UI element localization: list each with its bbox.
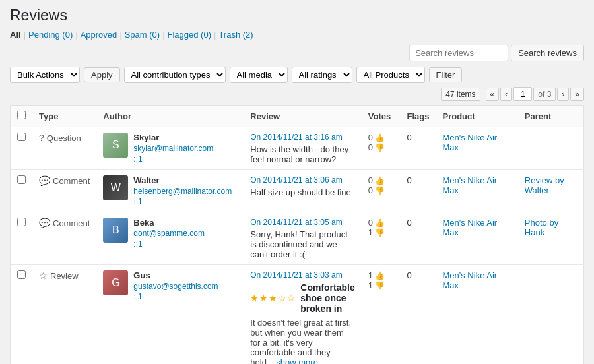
tablenav: Bulk Actions Apply All contribution type…	[10, 67, 584, 101]
votes-cell: 0 👍 0 👎	[362, 127, 401, 170]
author-email[interactable]: skylar@mailinator.com	[133, 144, 213, 153]
votes-down: 1 👎	[368, 228, 394, 237]
col-header-author[interactable]: Author	[96, 106, 244, 127]
votes-down-count: 1	[368, 228, 373, 237]
apply-button[interactable]: Apply	[84, 67, 120, 82]
filter-approved[interactable]: Approved	[81, 30, 117, 40]
select-all-checkbox[interactable]	[17, 111, 26, 119]
filter-pending[interactable]: Pending (0)	[28, 30, 73, 40]
flags-count: 0	[407, 175, 412, 185]
review-text: Half size up should be fine	[250, 187, 350, 197]
col-header-review: Review	[244, 106, 361, 127]
votes-down: 1 👎	[368, 280, 394, 290]
review-text: Sorry, Hank! That product is discontinue…	[250, 229, 348, 259]
thumbs-up-icon: 👍	[375, 271, 385, 280]
bulk-actions-select[interactable]: Bulk Actions	[10, 67, 80, 83]
thumbs-up-icon: 👍	[375, 176, 385, 185]
products-select[interactable]: All Products	[356, 67, 425, 83]
author-email[interactable]: heisenberg@mailinator.com	[133, 187, 232, 196]
type-label: Comment	[53, 218, 90, 228]
col-header-votes: Votes	[362, 106, 401, 127]
flags-cell: 0	[401, 265, 436, 365]
review-date[interactable]: On 2014/11/21 at 3:03 am	[250, 270, 354, 280]
row-checkbox[interactable]	[17, 270, 26, 279]
filter-button[interactable]: Filter	[429, 67, 463, 82]
product-link[interactable]: Men's Nike Air Max	[442, 218, 497, 237]
filter-trash[interactable]: Trash (2)	[218, 30, 253, 40]
parent-link[interactable]: Photo by Hank	[525, 218, 558, 237]
search-button[interactable]: Search reviews	[511, 45, 584, 61]
current-page-input[interactable]	[513, 87, 532, 101]
prev-page-button[interactable]: ‹	[500, 88, 512, 101]
row-checkbox[interactable]	[17, 133, 26, 141]
type-cell: 💬 Comment	[32, 212, 96, 265]
thumbs-up-icon: 👍	[375, 218, 385, 228]
author-email[interactable]: gustavo@sogetthis.com	[133, 282, 218, 291]
product-cell: Men's Nike Air Max	[436, 127, 517, 170]
first-page-button[interactable]: «	[486, 88, 500, 101]
col-header-type[interactable]: Type	[32, 106, 96, 127]
last-page-button[interactable]: »	[570, 88, 584, 101]
row-checkbox[interactable]	[17, 175, 26, 184]
row-checkbox[interactable]	[17, 218, 26, 226]
author-info: Gus gustavo@sogetthis.com ::1	[133, 270, 218, 301]
votes-cell: 0 👍 1 👎	[362, 212, 401, 265]
author-count: ::1	[133, 197, 232, 206]
search-input[interactable]	[409, 45, 508, 61]
table-row: ? Question S Skylar skylar@mailinator.co…	[11, 127, 584, 170]
review-date[interactable]: On 2014/11/21 at 3:06 am	[250, 175, 354, 185]
parent-cell	[518, 265, 584, 365]
parent-link[interactable]: Review by Walter	[525, 175, 564, 195]
votes-down-count: 1	[368, 280, 373, 290]
page-title: Reviews	[10, 7, 584, 24]
author-name: Gus	[133, 270, 218, 280]
contribution-types-select[interactable]: All contribution types	[124, 67, 226, 83]
type-cell: ? Question	[32, 127, 96, 170]
filter-all[interactable]: All	[10, 30, 21, 40]
author-email[interactable]: dont@spamme.com	[133, 229, 205, 238]
review-date[interactable]: On 2014/11/21 at 3:16 am	[250, 133, 354, 142]
flags-cell: 0	[401, 127, 436, 170]
parent-cell: Photo by Hank	[518, 212, 584, 265]
media-select[interactable]: All media	[230, 67, 288, 83]
product-cell: Men's Nike Air Max	[436, 265, 517, 365]
row-checkbox-cell	[11, 127, 33, 170]
votes-up-count: 0	[368, 218, 373, 228]
next-page-button[interactable]: ›	[557, 88, 569, 101]
total-pages: of 3	[533, 88, 556, 101]
review-text: How is the width - do they feel normal o…	[250, 144, 348, 164]
type-cell: ☆ Review	[32, 265, 96, 365]
show-more-link[interactable]: show more	[276, 357, 318, 364]
product-link[interactable]: Men's Nike Air Max	[442, 175, 497, 195]
votes-down-count: 0	[368, 185, 373, 195]
author-name: Beka	[133, 218, 205, 228]
table-row: 💬 Comment B Beka dont@spamme.com ::1 On …	[11, 212, 584, 265]
search-box: Search reviews	[409, 45, 584, 61]
review-body: It doesn't feel great at first, but when…	[250, 318, 354, 364]
review-date[interactable]: On 2014/11/21 at 3:05 am	[250, 218, 354, 227]
paging-nav: « ‹ of 3 › »	[486, 87, 584, 101]
ratings-select[interactable]: All ratings	[292, 67, 352, 83]
author-info: Skylar skylar@mailinator.com ::1	[133, 133, 213, 164]
product-link[interactable]: Men's Nike Air Max	[442, 133, 497, 152]
author-cell: B Beka dont@spamme.com ::1	[96, 212, 244, 265]
filter-flagged[interactable]: Flagged (0)	[168, 30, 211, 40]
product-link[interactable]: Men's Nike Air Max	[442, 270, 497, 290]
filter-spam[interactable]: Spam (0)	[125, 30, 160, 40]
col-header-product[interactable]: Product	[436, 106, 517, 127]
type-cell: 💬 Comment	[32, 170, 96, 212]
thumbs-down-icon: 👎	[375, 143, 385, 152]
flags-count: 0	[407, 218, 412, 228]
filter-nav: All | Pending (0) | Approved | Spam (0) …	[10, 30, 584, 40]
author-cell: G Gus gustavo@sogetthis.com ::1	[96, 265, 244, 365]
top-bar: Search reviews	[10, 45, 584, 61]
flags-count: 0	[407, 133, 412, 142]
thumbs-down-icon: 👎	[375, 281, 385, 290]
thumbs-down-icon: 👎	[375, 186, 385, 195]
avatar: B	[103, 218, 128, 243]
author-count: ::1	[133, 239, 205, 249]
author-count: ::1	[133, 292, 218, 301]
table-row: 💬 Comment W Walter heisenberg@mailinator…	[11, 170, 584, 212]
author-cell: W Walter heisenberg@mailinator.com ::1	[96, 170, 244, 212]
votes-cell: 0 👍 0 👎	[362, 170, 401, 212]
